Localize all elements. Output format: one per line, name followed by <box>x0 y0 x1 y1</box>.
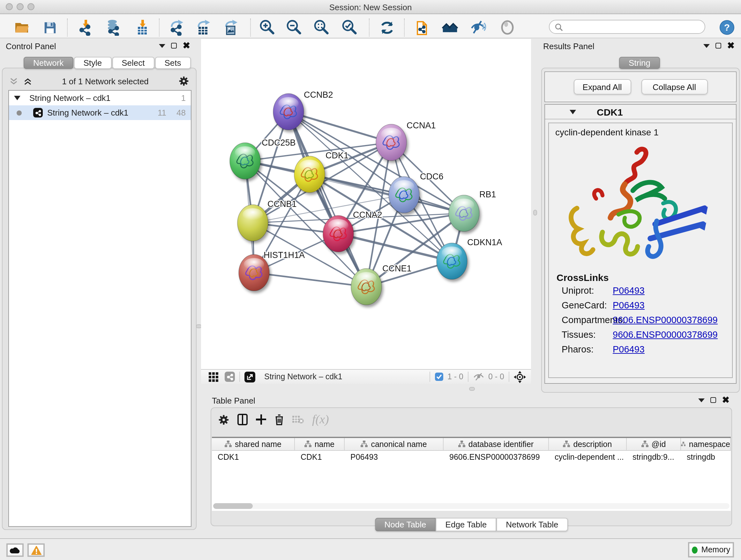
column-header-id[interactable]: @id <box>627 438 681 450</box>
right-splitter[interactable] <box>531 40 539 369</box>
table-cell[interactable]: 9606.ENSP00000378699 <box>444 451 549 463</box>
network-node-CCNE1[interactable] <box>351 268 382 305</box>
import-table-icon[interactable] <box>134 19 151 36</box>
homes-icon[interactable] <box>442 19 458 36</box>
column-header-sharedname[interactable]: shared name <box>212 438 295 450</box>
column-header-namespace[interactable]: namespace <box>681 438 731 450</box>
table-cell[interactable]: CDK1 <box>212 451 295 463</box>
network-canvas[interactable]: CCNB2CCNA1CDC25BCDK1CDC6RB1CCNB1CCNA2CDK… <box>201 39 531 369</box>
column-sort-icon[interactable] <box>305 441 312 448</box>
column-sort-icon[interactable] <box>225 441 232 448</box>
tab-edge-table[interactable]: Edge Table <box>436 518 496 531</box>
zoom-in-icon[interactable] <box>259 19 275 36</box>
collapse-all-icon[interactable] <box>10 77 18 85</box>
delete-icon[interactable] <box>274 414 284 425</box>
network-tree-root-row[interactable]: String Network – cdk1 1 <box>9 91 191 105</box>
network-node-CCNA1[interactable] <box>376 124 407 161</box>
panel-menu-icon[interactable] <box>698 398 705 402</box>
crosslink-link[interactable]: P06493 <box>613 300 645 310</box>
splitter-handle[interactable] <box>469 387 475 391</box>
import-network-database-icon[interactable] <box>105 19 122 36</box>
preview-eye-icon[interactable] <box>499 19 516 36</box>
help-icon[interactable]: ? <box>719 19 735 36</box>
tab-sets[interactable]: Sets <box>155 57 191 69</box>
add-column-icon[interactable] <box>256 415 266 425</box>
tab-network[interactable]: Network <box>23 57 73 69</box>
expand-all-button[interactable]: Expand All <box>574 79 631 95</box>
birdseye-grid-icon[interactable] <box>209 372 218 381</box>
panel-menu-icon[interactable] <box>159 44 165 48</box>
gear-icon[interactable] <box>179 76 189 86</box>
scrollbar-thumb[interactable] <box>213 503 253 509</box>
network-node-CCNB2[interactable] <box>273 94 304 130</box>
network-tree-child-row[interactable]: String Network – cdk1 11 48 <box>9 105 191 120</box>
tab-string[interactable]: String <box>619 57 660 69</box>
network-node-CDKN1A[interactable] <box>436 243 467 279</box>
column-sort-icon[interactable] <box>563 441 570 448</box>
goto-network-icon[interactable] <box>245 371 255 382</box>
table-gear-icon[interactable] <box>218 414 229 425</box>
network-node-CDK1[interactable] <box>294 156 325 192</box>
memory-button[interactable]: Memory <box>688 542 734 557</box>
search-input[interactable] <box>566 22 704 32</box>
crosslink-link[interactable]: 9606.ENSP00000378699 <box>613 329 718 339</box>
crosshair-icon[interactable] <box>514 371 526 383</box>
network-node-CCNB1[interactable] <box>238 205 268 241</box>
search-box[interactable] <box>549 20 705 34</box>
column-header-description[interactable]: description <box>549 438 627 450</box>
column-header-name[interactable]: name <box>295 438 345 450</box>
table-cell[interactable]: P06493 <box>345 451 444 463</box>
expand-all-icon[interactable] <box>23 77 32 85</box>
horizontal-scrollbar[interactable] <box>213 503 730 509</box>
panel-close-icon[interactable]: ✖ <box>722 397 730 403</box>
column-sort-icon[interactable] <box>360 441 367 448</box>
left-splitter[interactable] <box>197 40 201 530</box>
network-share-icon[interactable] <box>225 372 235 382</box>
panel-float-icon[interactable] <box>711 397 717 403</box>
panel-float-icon[interactable] <box>172 43 177 49</box>
panel-close-icon[interactable]: ✖ <box>727 43 735 49</box>
export-table-icon[interactable] <box>195 19 212 36</box>
zoom-out-icon[interactable] <box>285 19 302 36</box>
network-node-CDC6[interactable] <box>389 177 419 213</box>
tab-select[interactable]: Select <box>112 57 154 69</box>
panel-close-icon[interactable]: ✖ <box>183 43 190 49</box>
panel-float-icon[interactable] <box>716 43 722 49</box>
crosslink-link[interactable]: P06493 <box>613 344 645 354</box>
column-sort-icon[interactable] <box>642 441 649 448</box>
table-cell[interactable]: stringdb:9... <box>627 451 681 463</box>
tab-style[interactable]: Style <box>74 57 111 69</box>
column-sort-icon[interactable] <box>681 441 686 448</box>
zoom-selected-icon[interactable] <box>341 19 357 36</box>
show-hide-graphics-icon[interactable] <box>470 19 486 36</box>
tree-expand-icon[interactable] <box>14 95 20 101</box>
open-folder-icon[interactable] <box>13 19 30 36</box>
refresh-icon[interactable] <box>379 19 395 36</box>
network-node-RB1[interactable] <box>449 195 479 232</box>
table-cell[interactable]: cyclin-dependent ... <box>549 451 627 463</box>
tab-node-table[interactable]: Node Table <box>375 518 435 531</box>
hidden-eye-icon[interactable] <box>473 372 484 381</box>
show-columns-icon[interactable] <box>238 414 248 425</box>
table-cell[interactable]: stringdb <box>681 451 731 463</box>
import-network-file-icon[interactable] <box>77 19 94 36</box>
table-row[interactable]: CDK1CDK1P064939606.ENSP00000378699cyclin… <box>212 451 731 463</box>
splitter-handle[interactable] <box>533 210 537 215</box>
string-document-icon[interactable] <box>415 19 431 36</box>
table-cell[interactable]: CDK1 <box>295 451 345 463</box>
network-node-CCNA2[interactable] <box>323 215 354 252</box>
column-header-canonicalname[interactable]: canonical name <box>345 438 444 450</box>
column-header-databaseidentifier[interactable]: database identifier <box>444 438 549 450</box>
table-header-row[interactable]: shared namenamecanonical namedatabase id… <box>212 438 731 451</box>
crosslink-link[interactable]: P06493 <box>613 285 645 295</box>
crosslink-link[interactable]: 9606.ENSP00000378699 <box>613 314 718 325</box>
gene-collapse-icon[interactable] <box>569 109 576 115</box>
warnings-button[interactable] <box>27 543 45 557</box>
panel-menu-icon[interactable] <box>704 44 710 48</box>
save-session-icon[interactable] <box>42 19 58 36</box>
selected-checkbox-icon[interactable] <box>434 372 444 381</box>
network-node-HIST1H1A[interactable] <box>239 254 269 291</box>
export-network-icon[interactable] <box>169 19 185 36</box>
zoom-fit-icon[interactable] <box>313 19 329 36</box>
collapse-all-button[interactable]: Collapse All <box>641 79 708 95</box>
